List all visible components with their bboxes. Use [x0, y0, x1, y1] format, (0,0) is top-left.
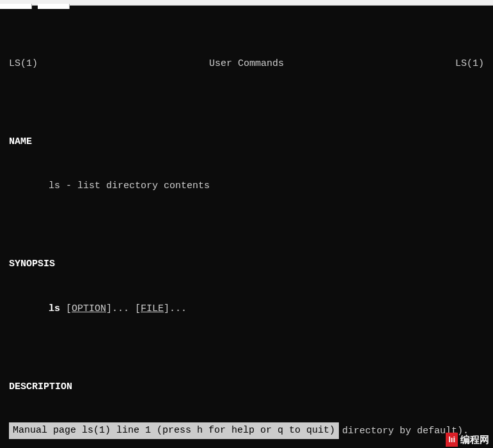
man-header-center: User Commands	[209, 57, 284, 72]
man-header-right: LS(1)	[455, 57, 484, 72]
synopsis-option: OPTION	[72, 303, 106, 314]
synopsis-file: FILE	[141, 303, 164, 314]
watermark-logo: lıi	[446, 433, 458, 447]
tab[interactable]	[38, 4, 70, 9]
watermark-text: 编程网	[460, 433, 489, 447]
watermark: lıi 编程网	[446, 433, 489, 447]
man-header: LS(1) User Commands LS(1)	[9, 57, 484, 72]
synopsis-cmd: ls	[49, 303, 60, 314]
section-synopsis-head: SYNOPSIS	[9, 257, 484, 272]
man-header-left: LS(1)	[9, 57, 38, 72]
section-description-head: DESCRIPTION	[9, 380, 484, 395]
man-status-bar: Manual page ls(1) line 1 (press h for he…	[9, 422, 339, 440]
section-synopsis-body: ls [OPTION]... [FILE]...	[9, 302, 484, 317]
window-tab-bar	[0, 0, 493, 6]
section-name-body: ls - list directory contents	[9, 179, 484, 194]
section-name-head: NAME	[9, 135, 484, 150]
tab[interactable]	[0, 4, 32, 9]
terminal-viewport[interactable]: LS(1) User Commands LS(1) NAME ls - list…	[0, 6, 493, 448]
